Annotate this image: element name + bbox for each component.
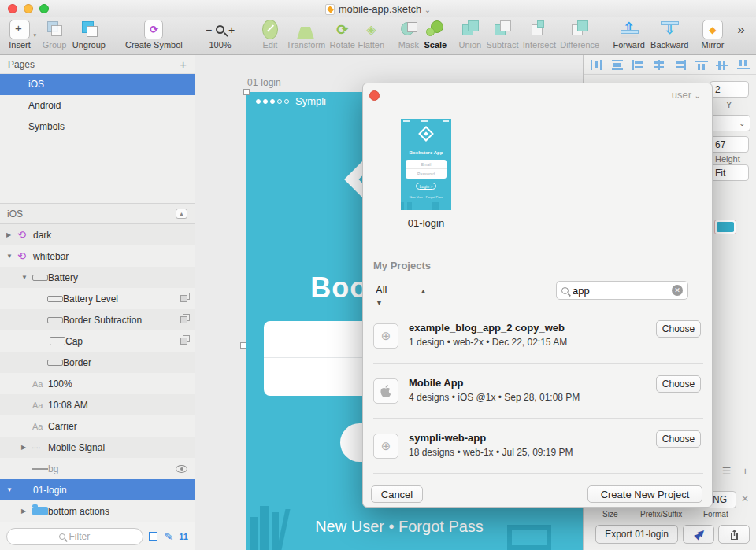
toolbar-button[interactable]: Create Symbol: [126, 20, 183, 50]
scale-icon: [426, 20, 445, 39]
layer-row[interactable]: 100%: [0, 373, 195, 394]
toolbar-button[interactable]: Forward: [613, 20, 645, 50]
layer-row[interactable]: Border: [0, 352, 195, 373]
sympli-export-button[interactable]: ▶▶: [683, 525, 714, 544]
disclosure-icon[interactable]: [21, 444, 32, 451]
page-row[interactable]: iOS: [0, 74, 195, 95]
clear-search-icon[interactable]: ✕: [672, 285, 683, 296]
page-row[interactable]: Symbols: [0, 116, 195, 138]
project-row[interactable]: Mobile App 4 designs • iOS @1x • Sep 28,…: [373, 364, 703, 419]
layer-row[interactable]: bg: [0, 458, 195, 479]
window-titlebar: mobile-app.sketch ⌄: [0, 0, 756, 17]
y-field[interactable]: 2: [710, 81, 749, 98]
pages-header: Pages +: [0, 55, 195, 74]
align-middle-icon[interactable]: [716, 60, 728, 70]
layer-row[interactable]: Battery Level: [0, 288, 195, 309]
project-filter-dropdown[interactable]: All ▲▼: [376, 284, 425, 308]
layer-row[interactable]: bottom actions: [0, 500, 195, 522]
toolbar-button[interactable]: Transform: [287, 20, 325, 50]
artboard-label[interactable]: 01-login: [247, 77, 281, 88]
distribute-horizontal-icon[interactable]: [590, 60, 602, 70]
sympli-arrows-icon: ▶▶: [692, 528, 706, 541]
disclosure-icon[interactable]: [6, 486, 17, 493]
share-button[interactable]: [718, 525, 750, 544]
mini-links: New User • Forgot Pass: [401, 195, 451, 199]
create-new-project-button[interactable]: Create New Project: [587, 485, 702, 503]
remove-export-icon[interactable]: ✕: [741, 493, 749, 504]
export-presets-icon[interactable]: ☰: [722, 465, 732, 477]
project-row[interactable]: ⊕ sympli-web-app 18 designs • web-1x • J…: [373, 419, 703, 474]
project-row[interactable]: ⊕ example_blog_app_2 copy_web 1 design •…: [373, 308, 703, 364]
align-left-icon[interactable]: [632, 60, 644, 70]
choose-button[interactable]: Choose: [656, 375, 701, 393]
toolbar-button[interactable]: Insert: [8, 20, 32, 50]
toolbar-button[interactable]: Flatten: [358, 20, 384, 50]
thumbnail-caption: 01-login: [377, 217, 475, 229]
choose-button[interactable]: Choose: [656, 430, 701, 448]
fit-field[interactable]: Fit: [710, 164, 749, 181]
symbol-icon: [17, 250, 33, 262]
artboard-list-icon[interactable]: [149, 532, 158, 541]
project-list: ⊕ example_blog_app_2 copy_web 1 design •…: [373, 308, 703, 474]
align-top-icon[interactable]: [695, 60, 708, 70]
align-right-icon[interactable]: [674, 60, 687, 70]
disclosure-icon[interactable]: [21, 508, 32, 515]
toolbar-button[interactable]: 100%: [206, 20, 235, 50]
sympli-export-dialog: user ⌄ Bookstore App Email Password Logi…: [362, 83, 713, 508]
layer-row[interactable]: 10:08 AM: [0, 394, 195, 415]
layer-row[interactable]: whitebar: [0, 245, 195, 267]
size-preset-dropdown[interactable]: ⌄: [710, 115, 750, 131]
line-shape-icon: [32, 468, 48, 470]
layer-row[interactable]: Carrier: [0, 415, 195, 437]
toolbar-button[interactable]: Difference: [561, 20, 599, 50]
toolbar-button[interactable]: Subtract: [487, 20, 518, 50]
layer-row[interactable]: dark: [0, 224, 195, 245]
layer-row[interactable]: 01-login: [0, 479, 195, 500]
layer-row[interactable]: Border Subtraction: [0, 309, 195, 330]
toolbar-button[interactable]: Ungroup: [72, 20, 106, 50]
edit-icon[interactable]: [165, 530, 174, 543]
toolbar-button[interactable]: Intersect: [523, 20, 556, 50]
selection-handle[interactable]: [240, 342, 246, 349]
toolbar-button[interactable]: Mask: [397, 20, 421, 50]
filter-input[interactable]: Filter: [6, 528, 143, 545]
layer-row[interactable]: Battery: [0, 267, 195, 288]
page-row[interactable]: Android: [0, 95, 195, 116]
selection-handle[interactable]: [243, 89, 250, 95]
toolbar-button[interactable]: Union: [458, 20, 482, 50]
toolbar-button[interactable]: Scale: [424, 20, 447, 50]
choose-button[interactable]: Choose: [656, 320, 701, 338]
design-thumbnail[interactable]: Bookstore App Email Password Login > New…: [401, 119, 451, 210]
align-center-h-icon[interactable]: [653, 60, 665, 70]
collapse-panel-icon[interactable]: ▲: [176, 209, 187, 219]
toolbar-button[interactable]: Group: [43, 20, 66, 50]
layers-filter-bar: Filter 11: [0, 522, 195, 550]
disclosure-icon[interactable]: [21, 274, 32, 281]
layer-row[interactable]: Cap: [0, 330, 195, 352]
toolbar-button[interactable]: Edit: [258, 20, 282, 50]
signal-dots-icon: [256, 99, 289, 104]
pages-title: Pages: [8, 59, 35, 70]
layers-sidebar: Pages + iOS Android Symbols iOS ▲ dark w…: [0, 55, 195, 550]
toolbar-button[interactable]: [729, 20, 753, 40]
fill-color-swatch[interactable]: [714, 220, 736, 234]
add-page-button[interactable]: +: [180, 57, 187, 71]
dialog-close-button[interactable]: [369, 90, 380, 101]
toolbar-button[interactable]: Mirror: [701, 20, 724, 50]
layer-row[interactable]: Mobile Signal: [0, 437, 195, 458]
disclosure-icon[interactable]: [6, 231, 17, 238]
toolbar-button[interactable]: Rotate: [330, 20, 355, 50]
align-bottom-icon[interactable]: [737, 60, 750, 70]
project-search-input[interactable]: app ✕: [556, 281, 688, 300]
distribute-vertical-icon[interactable]: [611, 60, 624, 70]
disclosure-icon[interactable]: [6, 253, 17, 260]
export-artboard-button[interactable]: Export 01-login: [595, 525, 678, 544]
add-export-size-button[interactable]: +: [742, 465, 748, 477]
cancel-button[interactable]: Cancel: [371, 485, 423, 503]
user-menu[interactable]: user ⌄: [672, 89, 701, 101]
height-field[interactable]: 67: [710, 136, 749, 153]
toolbar-button[interactable]: Backward: [650, 20, 688, 50]
chevron-down-icon[interactable]: ⌄: [424, 6, 431, 14]
board-decoration: [507, 525, 551, 550]
layer-list: dark whitebar Battery Battery Level: [0, 224, 195, 522]
